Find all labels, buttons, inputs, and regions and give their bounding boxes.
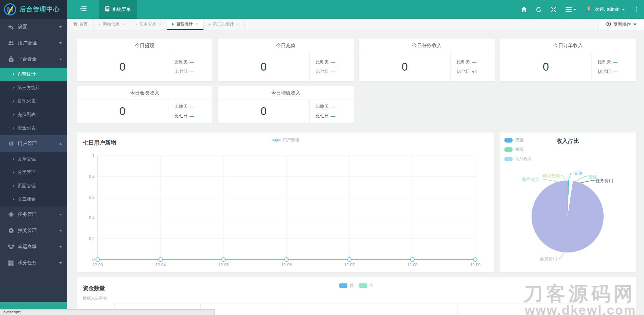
subitem-label: 资金列表 bbox=[18, 125, 36, 131]
compare-yesterday-value: — bbox=[190, 104, 194, 109]
sidebar-subitem-recharge-list[interactable]: 充值列表 bbox=[0, 108, 67, 121]
sidebar-item-points-task[interactable]: 积分任务 bbox=[0, 255, 67, 271]
legend-item-withdraw[interactable]: 提现 bbox=[504, 147, 532, 152]
card-value: 0 bbox=[77, 52, 168, 81]
chevron-up-icon bbox=[59, 58, 62, 60]
tab-system-menu[interactable]: 系统菜单 bbox=[99, 0, 137, 19]
sidebar-item-settings[interactable]: 设置 bbox=[0, 19, 67, 35]
tab-caret-icon bbox=[172, 23, 174, 26]
shortcut-menu-button[interactable] bbox=[565, 6, 577, 12]
sidebar-item-label: 设置 bbox=[18, 24, 55, 30]
sidebar-subitem-page-manage[interactable]: 页面管理 bbox=[0, 179, 67, 193]
more-options-icon[interactable]: ⋮ bbox=[634, 8, 639, 10]
sidebar-item-label: 平台资金 bbox=[18, 56, 55, 62]
grid-icon bbox=[8, 260, 14, 266]
legend-swatch bbox=[339, 283, 347, 288]
hamburger-icon bbox=[80, 6, 87, 13]
close-icon[interactable]: × bbox=[159, 22, 161, 27]
app-title: 后台管理中心 bbox=[20, 5, 60, 14]
sidebar-subitem-article-tags[interactable]: 文章标签 bbox=[0, 193, 67, 206]
close-icon[interactable]: × bbox=[237, 22, 239, 27]
legend-label: 今 bbox=[370, 283, 374, 288]
target-circle-icon bbox=[606, 22, 611, 27]
legend-label: 充值 bbox=[515, 137, 523, 143]
legend-label: 商品收入 bbox=[515, 156, 532, 162]
x-axis-tick: 12-04 bbox=[156, 263, 166, 267]
legend-item-recharge[interactable]: 充值 bbox=[504, 137, 532, 143]
open-pages-tabbar: 首页 网站信息 × 任务分类 × 自营统计 × 第三方统计 × 页面操作 bbox=[67, 19, 644, 30]
line-chart-panel: 七日用户新增 用户新增 1 0.8 0.6 0.4 0.2 0 12-03 12… bbox=[77, 132, 494, 272]
globe-icon bbox=[8, 141, 14, 147]
fullscreen-icon[interactable] bbox=[550, 6, 556, 12]
tab-home[interactable]: 首页 bbox=[67, 19, 94, 30]
sidebar-item-users[interactable]: 用户管理 bbox=[0, 35, 67, 51]
home-icon[interactable] bbox=[521, 6, 527, 12]
card-value: 0 bbox=[218, 100, 309, 123]
legend-item-total[interactable]: 总 bbox=[339, 283, 354, 288]
sidebar-item-lottery-manage[interactable]: 抽奖管理 bbox=[0, 223, 67, 239]
stat-card-recharge-today: 今日充值 0 比昨天— 比七日— bbox=[218, 39, 353, 81]
chevron-down-icon bbox=[59, 246, 62, 248]
compare-week-value: — bbox=[613, 69, 617, 74]
sidebar-item-portal[interactable]: 门户管理 bbox=[0, 135, 67, 152]
tab-task-category[interactable]: 任务分类 × bbox=[130, 19, 167, 30]
mall-icon bbox=[8, 244, 14, 250]
pie-chart bbox=[532, 181, 604, 252]
tab-caret-icon bbox=[209, 23, 211, 26]
caret-right-icon bbox=[13, 158, 14, 160]
compare-week-label: 比七日 bbox=[598, 69, 611, 75]
y-axis-tick: 0 bbox=[92, 257, 95, 262]
y-axis-tick: 0.8 bbox=[89, 174, 95, 179]
compare-week-label: 比七日 bbox=[316, 69, 329, 75]
subitem-label: 文章管理 bbox=[18, 156, 36, 162]
tab-self-stats-active[interactable]: 自营统计 × bbox=[167, 19, 204, 30]
status-bar-link-preview: javascript:; bbox=[0, 309, 215, 315]
home-icon bbox=[73, 22, 77, 27]
tab-third-party-stats[interactable]: 第三方统计 × bbox=[204, 19, 245, 30]
tab-site-info[interactable]: 网站信息 × bbox=[94, 19, 130, 30]
pie-label-goods-income: 商品收入 bbox=[522, 176, 539, 183]
sidebar-subitem-third-party-stats[interactable]: 第三方统计 bbox=[0, 81, 67, 94]
sidebar-subitem-withdraw-list[interactable]: 提现列表 bbox=[0, 94, 67, 108]
sidebar-item-platform-funds[interactable]: ¥ 平台资金 bbox=[0, 51, 67, 67]
close-icon[interactable]: × bbox=[196, 22, 198, 27]
sidebar-item-lucky-mall[interactable]: 幸运商城 bbox=[0, 239, 67, 255]
legend-item-today[interactable]: 今 bbox=[359, 283, 374, 288]
pie-label-privilege-fee: 特权费用 bbox=[542, 173, 560, 179]
close-icon[interactable]: × bbox=[122, 22, 125, 27]
card-value: 0 bbox=[218, 52, 309, 81]
card-title: 今日提现 bbox=[77, 39, 212, 52]
gears-icon bbox=[8, 24, 14, 30]
compare-yesterday-label: 比昨天 bbox=[174, 59, 188, 65]
sidebar-subitem-category-manage[interactable]: 分类管理 bbox=[0, 166, 67, 179]
caret-right-icon bbox=[13, 73, 14, 76]
user-menu[interactable]: 欢迎, admin bbox=[585, 6, 625, 13]
refresh-icon[interactable] bbox=[536, 6, 542, 12]
legend-label: 用户新增 bbox=[283, 137, 299, 143]
status-bar-text: javascript:; bbox=[3, 310, 21, 314]
legend-label: 总 bbox=[350, 283, 354, 288]
stat-card-task-income-today: 今日任务收入 0 比昨天— 比七日1 bbox=[359, 39, 495, 81]
sidebar-nav: 设置 用户管理 ¥ 平台资金 自营统计 第三方统计 提现列表 充值列表 bbox=[0, 19, 67, 315]
line-chart-legend-item[interactable]: 用户新增 bbox=[272, 137, 299, 143]
tab-label: 任务分类 bbox=[139, 22, 156, 27]
sidebar-subitem-article-manage[interactable]: 文章管理 bbox=[0, 152, 67, 166]
card-title: 今日会员收入 bbox=[77, 86, 212, 100]
x-axis-tick: 12-07 bbox=[344, 263, 355, 267]
legend-item-goods-income[interactable]: 商品收入 bbox=[504, 156, 532, 162]
funds-subtitle: 数据来自平台 bbox=[83, 296, 107, 301]
x-axis-tick: 12-05 bbox=[218, 263, 229, 267]
sidebar-item-task-manage[interactable]: 任务管理 bbox=[0, 206, 67, 223]
subitem-label: 页面管理 bbox=[18, 183, 36, 189]
page-actions-button[interactable]: 页面操作 bbox=[599, 19, 644, 30]
subitem-label: 自营统计 bbox=[18, 71, 36, 77]
card-title: 今日订单收入 bbox=[500, 39, 636, 52]
sidebar-subitem-self-stats[interactable]: 自营统计 bbox=[0, 68, 67, 81]
stat-card-member-income-today: 今日会员收入 0 比昨天— 比七日— bbox=[77, 86, 212, 123]
sidebar-subitem-funds-list[interactable]: 资金列表 bbox=[0, 121, 67, 135]
header-actions: 欢迎, admin ⋮ bbox=[521, 0, 644, 19]
line-chart-title: 七日用户新增 bbox=[83, 139, 116, 147]
stat-cards-row-1: 今日提现 0 比昨天— 比七日— 今日充值 0 比昨天— 比七日— 今日任务收入 bbox=[77, 39, 636, 81]
chevron-down-icon bbox=[633, 24, 637, 25]
sidebar-toggle-button[interactable] bbox=[67, 0, 99, 19]
